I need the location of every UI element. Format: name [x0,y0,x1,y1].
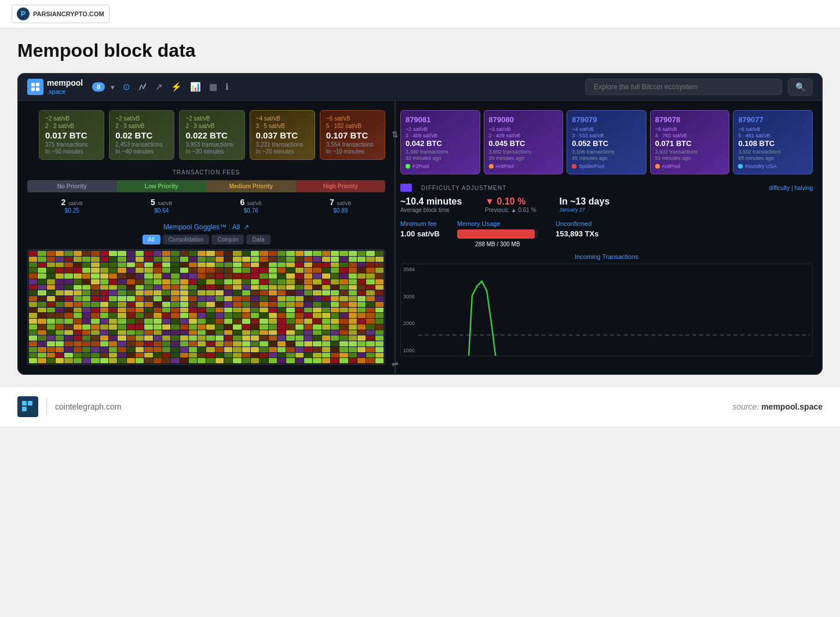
goggles-cell [154,319,162,324]
nav-dropdown-icon[interactable]: ▾ [111,83,115,92]
goggles-cell [251,319,259,324]
sat-val-low: 5 [151,198,155,207]
goggles-cell [64,251,72,256]
goggles-cell [189,251,197,256]
priority-high-btn[interactable]: High Priority [296,180,386,192]
goggles-cell [304,296,312,301]
goggles-cell [366,347,374,352]
goggles-cell [277,279,286,284]
goggles-cell [29,335,37,341]
goggles-cell [118,268,126,273]
goggles-section: Mempool Goggles™ : All ↗ All Consolidati… [27,223,385,365]
goggles-cell [375,251,384,256]
goggles-cell [366,358,374,363]
goggles-cell [216,273,224,279]
goggles-tab-data[interactable]: Data [246,235,270,244]
goggles-cell [162,251,170,256]
goggles-cell [136,324,144,330]
goggles-cell [118,302,126,307]
search-button[interactable]: 🔍 [788,78,813,96]
goggles-cell [375,347,384,352]
goggles-cell [313,313,321,318]
goggles-cell [64,324,72,330]
goggles-cell [171,347,179,352]
goggles-tab-coinjoin[interactable]: Coinjoin [211,235,244,244]
conf-txs-879080: 3,892 transactions [489,149,558,155]
logo-icon: P [17,8,30,20]
goggles-cell [189,308,197,313]
goggles-cell [366,335,374,341]
goggles-cell [322,296,330,301]
goggles-cell [144,308,152,313]
goggles-cell [136,302,144,307]
goggles-cell [242,330,250,335]
goggles-cell [127,313,135,318]
goggles-cell [304,341,312,346]
goggles-cell [251,257,259,262]
nav-icon-info[interactable]: ℹ [225,82,229,92]
goggles-cell [260,296,268,301]
goggles-cell [242,353,250,358]
goggles-cell [357,285,366,290]
goggles-cell [47,347,55,352]
nav-icon-blocks[interactable]: ▦ [209,82,217,92]
goggles-cell [171,358,179,363]
goggles-cell [171,285,179,290]
goggles-cell [82,285,90,290]
goggles-cell [38,324,46,330]
goggles-cell [64,347,72,352]
goggles-tab-all[interactable]: All [143,235,160,244]
goggles-cell [56,273,64,279]
conf-btc-879080: 0.045 BTC [489,139,558,148]
goggles-cell [260,279,268,284]
footer: cointelegraph.com source: mempool.space [0,386,840,426]
goggles-cell [313,341,321,346]
goggles-cell [251,279,259,284]
goggles-cell [313,262,321,268]
tx-fees-title: TRANSACTION FEES [27,169,385,176]
goggles-cell [216,308,224,313]
goggles-cell [91,330,99,335]
search-input[interactable] [585,79,782,95]
conf-pool-879079: SpiderPool [572,163,641,169]
nav-icon-lightning[interactable]: 🗲 [138,82,147,92]
goggles-cell [127,273,135,279]
goggles-cell [64,319,72,324]
goggles-cell [260,324,268,330]
nav-icon-chart[interactable]: 📊 [190,82,201,92]
goggles-cell [127,308,135,313]
goggles-external-icon[interactable]: ↗ [243,223,249,231]
conf-time-879080: 39 minutes ago [489,155,558,161]
goggles-cell [100,268,108,273]
nav-icon-bolt[interactable]: ⚡ [171,82,182,92]
goggles-cell [313,353,321,358]
nav-icon-dashboard[interactable]: ⊙ [123,82,130,92]
goggles-cell [242,313,250,318]
goggles-cell [260,335,268,341]
goggles-cell [216,319,224,324]
goggles-cell [216,335,224,341]
priority-low-btn[interactable]: Low Priority [117,180,207,192]
goggles-cell [216,353,224,358]
goggles-cell [91,353,99,358]
goggles-cell [206,268,214,273]
goggles-tab-consolidation[interactable]: Consolidation [163,235,210,244]
priority-no-btn[interactable]: No Priority [27,180,117,192]
fee-range-3b: 2 · 3 sat/vB [185,123,238,129]
conf-txs-879079: 3,106 transactions [572,149,641,155]
goggles-cell [162,308,170,313]
nav-badge[interactable]: 8 [92,82,105,92]
goggles-cell [144,313,152,318]
fee-range-2a: ~2 sat/vB [115,115,168,122]
goggles-cell [91,302,99,307]
goggles-cell [74,341,82,346]
footer-left: cointelegraph.com [17,396,121,417]
goggles-cell [322,335,330,341]
goggles-cell [74,330,82,335]
nav-icon-arrow[interactable]: ↗ [155,82,163,92]
goggles-cell [224,302,232,307]
priority-med-btn[interactable]: Medium Priority [206,180,296,192]
goggles-cell [91,324,99,330]
goggles-cell [198,290,206,295]
goggles-cell [357,313,366,318]
